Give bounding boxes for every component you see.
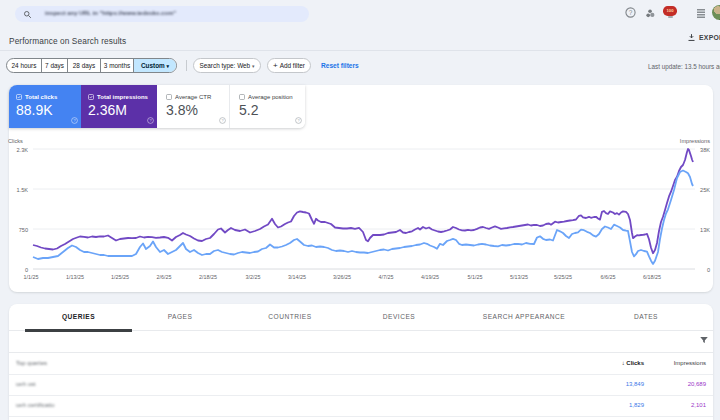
svg-text:3/2/25: 3/2/25: [246, 274, 261, 280]
svg-text:2/6/25: 2/6/25: [157, 274, 172, 280]
svg-text:Clicks: Clicks: [8, 138, 23, 144]
svg-text:750: 750: [19, 227, 28, 233]
svg-text:2/18/25: 2/18/25: [199, 274, 217, 280]
svg-text:6/6/25: 6/6/25: [601, 274, 616, 280]
svg-text:6/18/25: 6/18/25: [643, 274, 661, 280]
svg-text:1/13/25: 1/13/25: [66, 274, 84, 280]
svg-text:0: 0: [707, 267, 710, 273]
svg-text:3/14/25: 3/14/25: [288, 274, 306, 280]
svg-text:Impressions: Impressions: [680, 138, 710, 144]
svg-text:5/13/25: 5/13/25: [510, 274, 528, 280]
svg-text:13K: 13K: [700, 227, 710, 233]
svg-text:1/25/25: 1/25/25: [111, 274, 129, 280]
svg-text:0: 0: [25, 267, 28, 273]
svg-text:5/1/25: 5/1/25: [468, 274, 483, 280]
svg-text:25K: 25K: [700, 187, 710, 193]
svg-text:3/26/25: 3/26/25: [333, 274, 351, 280]
svg-text:5/25/25: 5/25/25: [554, 274, 572, 280]
svg-text:4/7/25: 4/7/25: [379, 274, 394, 280]
svg-text:38K: 38K: [700, 147, 710, 153]
svg-text:1.5K: 1.5K: [16, 187, 28, 193]
svg-text:2.3K: 2.3K: [16, 147, 28, 153]
svg-text:1/1/25: 1/1/25: [24, 274, 39, 280]
svg-text:4/19/25: 4/19/25: [421, 274, 439, 280]
